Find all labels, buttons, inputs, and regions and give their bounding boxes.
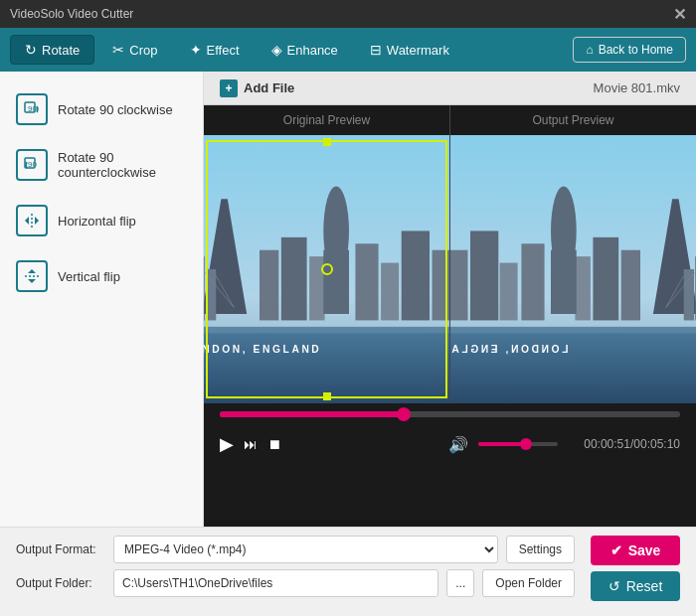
rotate-ccw-label: Rotate 90 counterclockwise xyxy=(58,150,187,180)
volume-slider[interactable] xyxy=(478,442,558,446)
rotate-icon: ↻ xyxy=(25,42,37,58)
right-panel: + Add File Movie 801.mkv Original Previe… xyxy=(204,72,696,527)
reset-label: Reset xyxy=(626,578,663,594)
rotate-ccw-icon: 90 xyxy=(16,149,48,181)
rotate-ccw-option[interactable]: 90 Rotate 90 counterclockwise xyxy=(0,137,203,193)
bottom-controls-row: Output Format: MPEG-4 Video (*.mp4) Sett… xyxy=(16,536,680,601)
left-panel: 90 Rotate 90 clockwise 90 Rotate 90 coun… xyxy=(0,72,204,527)
flip-v-label: Vertical flip xyxy=(58,269,120,284)
save-check-icon: ✔ xyxy=(610,542,622,558)
svg-rect-15 xyxy=(309,256,324,320)
svg-rect-30 xyxy=(684,269,694,320)
video-previews: Original Preview xyxy=(204,105,696,403)
back-home-button[interactable]: ⌂ Back to Home xyxy=(573,37,686,63)
svg-rect-33 xyxy=(621,250,640,321)
add-file-bar: + Add File Movie 801.mkv xyxy=(204,72,696,105)
svg-rect-17 xyxy=(323,250,349,314)
svg-rect-19 xyxy=(381,263,399,321)
folder-path-text: C:\Users\TH1\OneDrive\files xyxy=(122,576,272,590)
rotate-cw-label: Rotate 90 clockwise xyxy=(58,102,173,117)
svg-rect-13 xyxy=(260,250,278,321)
svg-rect-10 xyxy=(206,269,216,320)
settings-button[interactable]: Settings xyxy=(506,536,575,563)
crop-tab[interactable]: ✂ Crop xyxy=(98,36,171,64)
svg-rect-18 xyxy=(355,243,378,320)
svg-rect-9 xyxy=(204,256,205,320)
play-button[interactable]: ▶ xyxy=(220,433,234,455)
original-preview-label: Original Preview xyxy=(204,105,449,135)
svg-rect-7 xyxy=(204,327,449,403)
svg-text:LONDON, ENGLAND: LONDON, ENGLAND xyxy=(450,344,568,355)
format-select[interactable]: MPEG-4 Video (*.mp4) xyxy=(113,536,498,563)
add-file-button[interactable]: + Add File xyxy=(220,79,294,97)
progress-thumb[interactable] xyxy=(397,407,411,421)
rotate-tab[interactable]: ↻ Rotate xyxy=(10,35,94,65)
progress-fill xyxy=(220,411,404,417)
rotate-label: Rotate xyxy=(42,43,80,58)
svg-rect-26 xyxy=(450,327,696,403)
output-preview-label: Output Preview xyxy=(450,105,696,135)
open-folder-button[interactable]: Open Folder xyxy=(482,569,575,597)
svg-text:LONDON, ENGLAND: LONDON, ENGLAND xyxy=(204,344,321,355)
rotate-cw-icon: 90 xyxy=(16,93,48,125)
effect-tab[interactable]: ✦ Effect xyxy=(176,36,254,64)
svg-rect-38 xyxy=(521,243,544,320)
timeline-area xyxy=(204,403,696,425)
svg-rect-39 xyxy=(500,263,518,321)
svg-rect-34 xyxy=(593,237,618,321)
time-display: 00:00:51/00:05:10 xyxy=(584,437,680,451)
watermark-tab[interactable]: ⊟ Watermark xyxy=(356,36,463,64)
crop-label: Crop xyxy=(129,43,157,58)
reset-button[interactable]: ↺ Reset xyxy=(591,571,680,601)
svg-rect-40 xyxy=(470,231,498,320)
progress-bar[interactable] xyxy=(220,411,680,417)
flip-h-label: Horizontal flip xyxy=(58,214,136,229)
folder-browse-button[interactable]: ... xyxy=(446,569,474,597)
svg-rect-41 xyxy=(450,250,467,321)
svg-text:90: 90 xyxy=(28,160,37,169)
enhance-label: Enhance xyxy=(287,43,338,58)
enhance-icon: ◈ xyxy=(271,42,282,58)
enhance-tab[interactable]: ◈ Enhance xyxy=(258,36,352,64)
output-preview-video: LONDON, ENGLAND xyxy=(450,135,696,403)
volume-thumb[interactable] xyxy=(520,438,532,450)
svg-rect-14 xyxy=(281,237,307,321)
svg-rect-37 xyxy=(551,250,577,314)
close-button[interactable]: ✕ xyxy=(673,5,686,24)
rotate-cw-option[interactable]: 90 Rotate 90 clockwise xyxy=(0,81,203,137)
home-icon: ⌂ xyxy=(586,43,593,57)
stop-button[interactable]: ⏹ xyxy=(267,436,281,452)
effect-label: Effect xyxy=(207,43,240,58)
folder-path-display: C:\Users\TH1\OneDrive\files xyxy=(113,569,438,597)
step-forward-button[interactable]: ⏭ xyxy=(244,436,258,452)
title-bar: VideoSolo Video Cutter ✕ xyxy=(0,0,696,28)
watermark-icon: ⊟ xyxy=(370,42,382,58)
volume-icon[interactable]: 🔊 xyxy=(448,435,468,454)
flip-vertical-option[interactable]: Vertical flip xyxy=(0,248,203,304)
output-folder-row: Output Folder: C:\Users\TH1\OneDrive\fil… xyxy=(16,569,575,597)
svg-text:90: 90 xyxy=(28,104,37,113)
bottom-right: ✔ Save ↺ Reset xyxy=(575,536,680,601)
output-preview-panel: Output Preview xyxy=(450,105,696,403)
back-home-label: Back to Home xyxy=(599,43,673,57)
main-content: 90 Rotate 90 clockwise 90 Rotate 90 coun… xyxy=(0,72,696,527)
save-label: Save xyxy=(628,542,661,558)
original-preview-video: LONDON, ENGLAND xyxy=(204,135,449,403)
svg-rect-20 xyxy=(402,231,430,320)
bottom-left: Output Format: MPEG-4 Video (*.mp4) Sett… xyxy=(16,536,575,601)
app-title: VideoSolo Video Cutter xyxy=(10,7,133,21)
time-current: 00:00:51 xyxy=(584,437,630,451)
current-file-name: Movie 801.mkv xyxy=(594,80,680,95)
svg-rect-43 xyxy=(450,327,696,333)
output-format-label: Output Format: xyxy=(16,542,105,556)
flip-horizontal-option[interactable]: Horizontal flip xyxy=(0,193,203,248)
time-total: 00:05:10 xyxy=(633,437,680,451)
save-button[interactable]: ✔ Save xyxy=(591,536,680,565)
watermark-label: Watermark xyxy=(387,43,449,58)
svg-rect-21 xyxy=(433,250,449,321)
output-format-row: Output Format: MPEG-4 Video (*.mp4) Sett… xyxy=(16,536,575,563)
reset-icon: ↺ xyxy=(609,578,620,594)
original-preview-panel: Original Preview xyxy=(204,105,449,403)
toolbar: ↻ Rotate ✂ Crop ✦ Effect ◈ Enhance ⊟ Wat… xyxy=(0,28,696,72)
svg-rect-35 xyxy=(575,256,590,320)
